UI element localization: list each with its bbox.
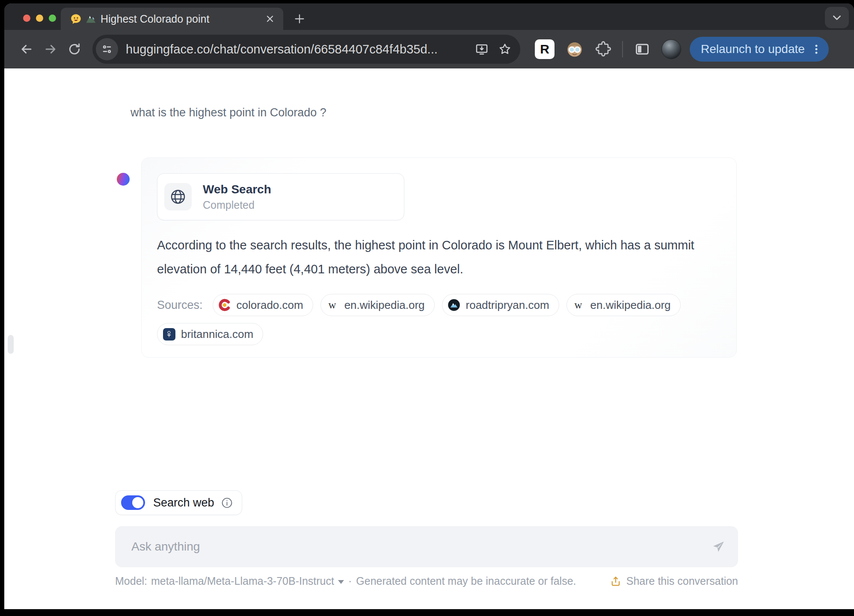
chat-composer [115, 526, 738, 567]
profile-avatar[interactable] [661, 39, 681, 59]
install-app-icon[interactable] [475, 42, 489, 56]
huggingchat-page: what is the highest point in Colorado ? … [4, 68, 854, 609]
extension-glasses-face-icon[interactable] [566, 40, 584, 58]
relaunch-label: Relaunch to update [701, 42, 805, 56]
info-icon[interactable] [221, 497, 233, 509]
share-label: Share this conversation [626, 575, 738, 587]
back-button[interactable] [15, 37, 39, 61]
browser-toolbar: huggingface.co/chat/conversation/6658440… [4, 30, 854, 68]
wikipedia-favicon-icon: w [326, 299, 339, 311]
sources-row: Sources: colorado.com w en.wikipedia.org… [157, 294, 726, 345]
model-selector[interactable]: Model: meta-llama/Meta-Llama-3-70B-Instr… [115, 575, 344, 587]
traffic-lights [23, 15, 56, 22]
send-icon[interactable] [706, 534, 731, 560]
close-window-button[interactable] [23, 15, 30, 22]
globe-icon [164, 183, 192, 210]
mountain-emoji-icon [86, 14, 96, 24]
search-web-toggle-group: Search web [115, 490, 242, 515]
sources-label: Sources: [157, 299, 203, 312]
minimize-window-button[interactable] [36, 15, 43, 22]
bookmark-star-icon[interactable] [498, 42, 512, 56]
new-tab-button[interactable] [292, 11, 307, 27]
wikipedia-favicon-icon: w [572, 299, 585, 311]
colorado-favicon-icon [218, 299, 231, 311]
search-web-toggle[interactable] [121, 495, 145, 510]
footer-separator: · [348, 575, 352, 587]
source-pill[interactable]: w en.wikipedia.org [566, 294, 681, 316]
tab-close-icon[interactable] [264, 12, 276, 25]
relaunch-to-update-button[interactable]: Relaunch to update [690, 37, 829, 62]
tool-status: Completed [203, 199, 271, 211]
active-tab[interactable]: Highest Colorado point [61, 8, 283, 30]
browser-window: Highest Colorado point huggingface.co/ch [4, 3, 854, 609]
assistant-response-card: Web Search Completed According to the se… [141, 157, 737, 358]
web-search-tool-card[interactable]: Web Search Completed [157, 173, 404, 220]
britannica-favicon-icon [163, 328, 175, 341]
source-pill[interactable]: britannica.com [157, 323, 263, 345]
user-message: what is the highest point in Colorado ? [130, 106, 326, 119]
model-name: meta-llama/Meta-Llama-3-70B-Instruct [151, 575, 334, 587]
browser-menu-dots-icon [810, 43, 823, 56]
tab-strip: Highest Colorado point [4, 3, 854, 30]
footer-disclaimer: Generated content may be inaccurate or f… [356, 575, 576, 587]
tab-search-chevron-button[interactable] [825, 7, 849, 28]
toolbar-divider [622, 41, 623, 57]
tab-title: Highest Colorado point [101, 13, 264, 25]
extensions-puzzle-icon[interactable] [595, 41, 612, 58]
url-bar[interactable]: huggingface.co/chat/conversation/6658440… [92, 35, 520, 64]
reload-button[interactable] [62, 37, 86, 61]
source-pill[interactable]: w en.wikipedia.org [320, 294, 435, 316]
source-pill[interactable]: colorado.com [213, 294, 313, 316]
sidebar-expand-handle[interactable] [8, 335, 14, 354]
extension-r-icon[interactable]: R [535, 39, 555, 59]
fullscreen-window-button[interactable] [49, 15, 56, 22]
assistant-avatar [117, 173, 130, 186]
source-pill[interactable]: roadtripryan.com [442, 294, 559, 316]
huggingchat-favicon-icon [70, 13, 82, 25]
share-conversation-button[interactable]: Share this conversation [610, 575, 738, 587]
chevron-down-icon [338, 580, 344, 584]
forward-button[interactable] [39, 37, 62, 61]
tool-name: Web Search [203, 183, 271, 196]
url-text[interactable]: huggingface.co/chat/conversation/6658440… [126, 42, 475, 56]
side-panel-icon[interactable] [634, 41, 650, 57]
site-settings-icon[interactable] [96, 38, 118, 60]
ask-anything-input[interactable] [115, 540, 706, 554]
conversation-footer: Model: meta-llama/Meta-Llama-3-70B-Instr… [115, 575, 738, 587]
assistant-answer: According to the search results, the hig… [157, 233, 726, 281]
search-web-label: Search web [153, 496, 214, 509]
roadtripryan-favicon-icon [448, 299, 460, 311]
share-icon [610, 575, 622, 587]
model-label: Model: [115, 575, 147, 587]
